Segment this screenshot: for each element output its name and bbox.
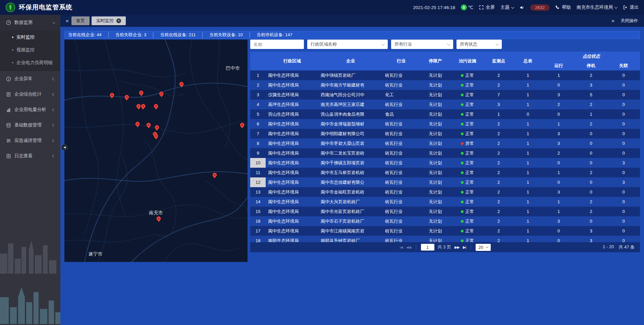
notice-count-badge[interactable]: 2632 xyxy=(530,4,549,11)
cell-index: 11 xyxy=(250,168,266,177)
map-pin-icon[interactable] xyxy=(240,123,244,127)
cell-lost: 0 xyxy=(607,216,640,226)
cell-region: 阆中生态环境局 xyxy=(266,216,318,226)
table-row[interactable]: 9阆中生态环境局阆中市二龙长宝页岩砖砖瓦行业无计划正常21200 xyxy=(250,148,640,158)
cell-company: 阆中市枣碧大梁山页岩 xyxy=(318,139,383,148)
skyline-decoration xyxy=(0,277,60,325)
cell-facility-status: 正常 xyxy=(451,197,484,207)
speaker-button[interactable] xyxy=(520,5,525,10)
prev-page-button[interactable]: ◀◀ xyxy=(406,245,411,250)
last-page-button[interactable]: ▶| xyxy=(463,245,466,250)
cell-lost: 0 xyxy=(607,139,640,148)
table-row[interactable]: 11阆中生态环境局阆中市五马桥页岩机砖砖瓦行业无计划正常21120 xyxy=(250,168,640,177)
logout-button[interactable]: 退出 xyxy=(623,4,639,10)
cell-facility-status: 正常 xyxy=(451,129,484,139)
map-pin-icon[interactable] xyxy=(155,125,159,129)
map-pin-icon[interactable] xyxy=(137,104,141,108)
sidebar-group-4[interactable]: 基础数据管理 xyxy=(0,117,60,133)
map-pin-icon[interactable] xyxy=(179,82,184,86)
map-pin-icon[interactable] xyxy=(154,134,158,138)
sliders-icon xyxy=(6,138,11,143)
table-row[interactable]: 4高坪生态环境局南充市高坪区王家店建砖瓦行业无计划正常31220 xyxy=(250,100,640,109)
cell-monitor-points: 2 xyxy=(484,177,513,187)
sidebar-group-2[interactable]: 企业综合统计 xyxy=(0,87,60,102)
map-pin-icon[interactable] xyxy=(136,122,140,126)
map-collapse-button[interactable] xyxy=(61,144,68,151)
cell-facility-status: 正常 xyxy=(451,90,484,100)
cell-company: 南充市高坪区王家店建 xyxy=(318,100,383,109)
table-row[interactable]: 7阆中生态环境局阆中明阳建材有限公司砖瓦行业无计划正常21300 xyxy=(250,129,640,139)
next-page-button[interactable]: ▶▶ xyxy=(454,245,460,250)
cell-index: 9 xyxy=(250,148,266,158)
sidebar-item[interactable]: 实时监控 xyxy=(0,31,60,44)
cell-facility-status: 正常 xyxy=(451,177,484,187)
map-pin-icon[interactable] xyxy=(110,93,114,97)
cell-industry: 砖瓦行业 xyxy=(383,197,420,207)
table-row[interactable]: 8阆中生态环境局阆中市枣碧大梁山页岩砖瓦行业无计划异常21300 xyxy=(250,139,640,148)
sidebar-group-6[interactable]: 日志查看 xyxy=(0,148,60,164)
cell-running: 3 xyxy=(542,139,575,148)
cell-lost: 0 xyxy=(607,197,640,207)
sidebar-item[interactable]: 企业电力负荷明细 xyxy=(0,56,60,69)
table-row[interactable]: 12阆中生态环境局阆中市忠信建材有限公砖瓦行业无计划正常21003 xyxy=(250,177,640,187)
table-row[interactable]: 1阆中生态环境局阆中强锐页岩砖厂砖瓦行业无计划正常21120 xyxy=(250,70,640,80)
tab-close-icon[interactable] xyxy=(116,18,121,23)
cell-lost: 0 xyxy=(607,226,640,236)
map-pin-icon[interactable] xyxy=(212,173,217,177)
status-filter-select[interactable]: 所有状态 xyxy=(457,40,502,49)
cell-total-meter: 1 xyxy=(513,158,542,168)
cell-industry: 砖瓦行业 xyxy=(383,207,420,216)
cell-facility-status: 正常 xyxy=(451,109,484,119)
map-pin-icon[interactable] xyxy=(141,104,145,108)
cell-lost: 3 xyxy=(607,177,640,187)
table-row[interactable]: 16阆中生态环境局阆中市石子页岩机砖厂砖瓦行业无计划正常21300 xyxy=(250,216,640,226)
cell-index: 16 xyxy=(250,216,266,226)
first-page-button[interactable]: |◀ xyxy=(399,245,402,250)
industry-filter-select[interactable]: 所有行业 xyxy=(391,40,453,49)
fullscreen-button[interactable]: 全屏 xyxy=(479,4,495,10)
help-button[interactable]: 帮助 xyxy=(555,4,571,10)
table-row[interactable]: 15阆中生态环境局阆中市光富页岩机砖厂砖瓦行业无计划正常21120 xyxy=(250,207,640,216)
page-size-select[interactable]: 20 xyxy=(476,244,490,251)
phone-icon xyxy=(555,5,560,10)
sidebar-group-5[interactable]: 应急减排管理 xyxy=(0,133,60,148)
table-row[interactable]: 2阆中生态环境局阆中市南方节能建材有砖瓦行业无计划正常21030 xyxy=(250,80,640,90)
table-row[interactable]: 10阆中生态环境局阆中千佛镇五郎垭页岩砖瓦行业无计划正常21003 xyxy=(250,158,640,168)
map-pin-icon[interactable] xyxy=(139,91,144,95)
page-number-input[interactable] xyxy=(421,244,434,251)
region-filter-select[interactable]: 行政区域名称 xyxy=(307,40,388,49)
map-pin-icon[interactable] xyxy=(124,95,129,99)
sidebar-group-1[interactable]: 企业异常 xyxy=(0,71,60,87)
table-row[interactable]: 13阆中生态环境局阆中市金福旺页岩机砖砖瓦行业无计划正常21300 xyxy=(250,187,640,197)
theme-dropdown[interactable]: 主题 xyxy=(500,4,514,10)
tab-realtime-monitor[interactable]: 实时监控 xyxy=(92,16,126,25)
table-row[interactable]: 5营山生态环境局营山县润丰肉食品有限食品无计划正常10010 xyxy=(250,109,640,119)
map-pin-icon[interactable] xyxy=(154,104,158,108)
org-dropdown[interactable]: 南充市生态环境局 xyxy=(577,4,617,10)
map-overlay: 巴中市南充市遂宁市 xyxy=(64,40,248,262)
status-ok-icon xyxy=(461,152,464,155)
cell-facility-status: 正常 xyxy=(451,216,484,226)
close-operations-button[interactable]: 关闭操作 xyxy=(621,18,641,24)
map-pin-icon[interactable] xyxy=(159,92,164,96)
map-pin-icon[interactable] xyxy=(157,216,161,221)
cell-industry: 砖瓦行业 xyxy=(383,119,420,129)
sidebar-item[interactable]: 视频监控 xyxy=(0,44,60,56)
map-panel[interactable]: 巴中市南充市遂宁市 xyxy=(64,40,248,262)
header-monitor-point: 监测点 xyxy=(484,52,513,70)
tabs-scroll-right-button[interactable]: » xyxy=(609,18,617,24)
sidebar-group-label: 数据监测 xyxy=(14,19,49,25)
sidebar-group-3[interactable]: 企业用电量分析 xyxy=(0,102,60,117)
table-row[interactable]: 3仪陇生态环境局西南油气田分公司川中化工无计划正常71350 xyxy=(250,90,640,100)
cell-monitor-points: 2 xyxy=(484,148,513,158)
cell-stop-limit: 无计划 xyxy=(420,187,451,197)
tab-home[interactable]: 首页 xyxy=(71,16,90,25)
sidebar-group-0[interactable]: 数据监测 xyxy=(0,15,60,30)
cell-lost: 0 xyxy=(607,109,640,119)
map-pin-icon[interactable] xyxy=(147,123,151,127)
table-row[interactable]: 14阆中生态环境局阆中大兴页岩机砖厂砖瓦行业无计划正常21120 xyxy=(250,197,640,207)
table-row[interactable]: 6阆中生态环境局阆中市金博瑞新型墙材砖瓦行业无计划正常21120 xyxy=(250,119,640,129)
name-filter-input[interactable] xyxy=(250,40,304,49)
table-row[interactable]: 17阆中生态环境局阆中市江南镇阆南页岩砖瓦行业无计划正常21030 xyxy=(250,226,640,236)
tabs-scroll-left-button[interactable]: « xyxy=(63,18,71,24)
